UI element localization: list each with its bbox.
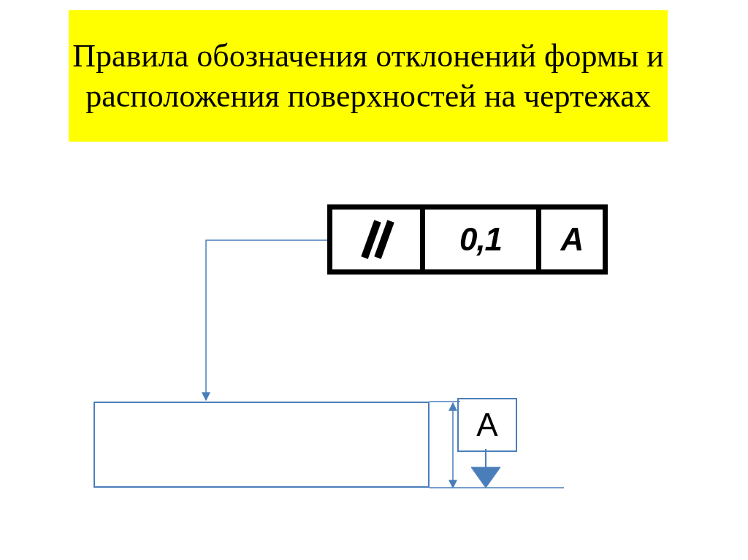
part-outline — [94, 402, 430, 488]
title-banner: Правила обозначения отклонений формы и р… — [69, 10, 668, 142]
svg-line-0 — [365, 221, 378, 258]
svg-line-1 — [378, 221, 391, 258]
fcf-tolerance-cell: 0,1 — [425, 210, 541, 269]
leader-line — [206, 240, 327, 400]
slide-title: Правила обозначения отклонений формы и р… — [69, 36, 668, 116]
datum-label-text: А — [476, 407, 497, 443]
feature-control-frame: 0,1 А — [327, 204, 608, 275]
fcf-datum-cell: А — [541, 210, 603, 269]
fcf-symbol-cell — [332, 210, 425, 269]
datum-triangle-icon — [471, 467, 500, 488]
parallelism-icon — [356, 218, 397, 261]
datum-label-box: А — [457, 398, 517, 452]
